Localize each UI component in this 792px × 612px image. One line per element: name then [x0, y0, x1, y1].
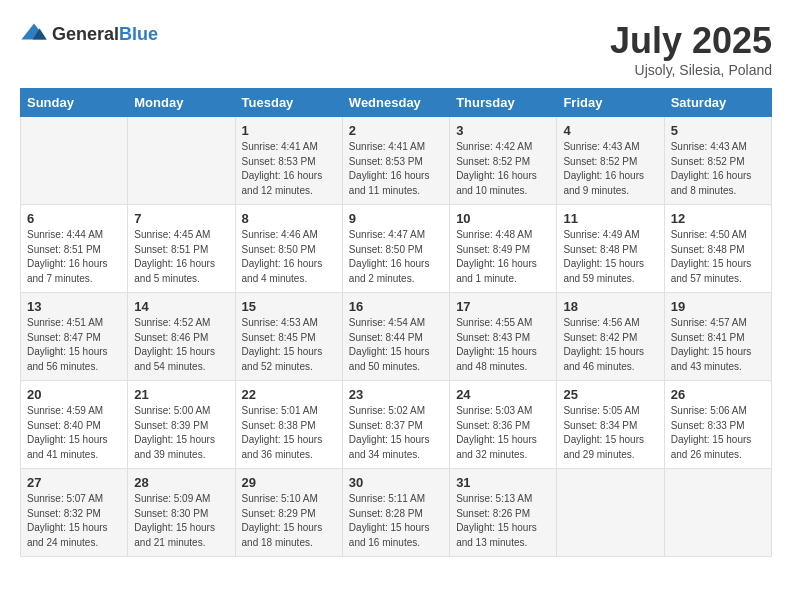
day-info: Sunrise: 5:00 AM Sunset: 8:39 PM Dayligh… [134, 404, 228, 462]
day-info: Sunrise: 5:06 AM Sunset: 8:33 PM Dayligh… [671, 404, 765, 462]
calendar-cell [664, 469, 771, 557]
calendar-cell: 4Sunrise: 4:43 AM Sunset: 8:52 PM Daylig… [557, 117, 664, 205]
header-monday: Monday [128, 89, 235, 117]
calendar-week-1: 1Sunrise: 4:41 AM Sunset: 8:53 PM Daylig… [21, 117, 772, 205]
day-info: Sunrise: 4:55 AM Sunset: 8:43 PM Dayligh… [456, 316, 550, 374]
day-info: Sunrise: 5:09 AM Sunset: 8:30 PM Dayligh… [134, 492, 228, 550]
calendar-cell: 21Sunrise: 5:00 AM Sunset: 8:39 PM Dayli… [128, 381, 235, 469]
calendar-cell: 25Sunrise: 5:05 AM Sunset: 8:34 PM Dayli… [557, 381, 664, 469]
calendar-cell: 11Sunrise: 4:49 AM Sunset: 8:48 PM Dayli… [557, 205, 664, 293]
day-number: 23 [349, 387, 443, 402]
day-info: Sunrise: 5:13 AM Sunset: 8:26 PM Dayligh… [456, 492, 550, 550]
day-info: Sunrise: 4:41 AM Sunset: 8:53 PM Dayligh… [349, 140, 443, 198]
day-info: Sunrise: 5:11 AM Sunset: 8:28 PM Dayligh… [349, 492, 443, 550]
day-number: 29 [242, 475, 336, 490]
calendar-cell: 10Sunrise: 4:48 AM Sunset: 8:49 PM Dayli… [450, 205, 557, 293]
calendar-cell: 16Sunrise: 4:54 AM Sunset: 8:44 PM Dayli… [342, 293, 449, 381]
calendar-week-4: 20Sunrise: 4:59 AM Sunset: 8:40 PM Dayli… [21, 381, 772, 469]
day-number: 3 [456, 123, 550, 138]
day-info: Sunrise: 5:02 AM Sunset: 8:37 PM Dayligh… [349, 404, 443, 462]
calendar-cell: 20Sunrise: 4:59 AM Sunset: 8:40 PM Dayli… [21, 381, 128, 469]
calendar-cell: 5Sunrise: 4:43 AM Sunset: 8:52 PM Daylig… [664, 117, 771, 205]
calendar-cell: 8Sunrise: 4:46 AM Sunset: 8:50 PM Daylig… [235, 205, 342, 293]
calendar-cell: 15Sunrise: 4:53 AM Sunset: 8:45 PM Dayli… [235, 293, 342, 381]
day-info: Sunrise: 4:49 AM Sunset: 8:48 PM Dayligh… [563, 228, 657, 286]
day-number: 1 [242, 123, 336, 138]
header-friday: Friday [557, 89, 664, 117]
header-sunday: Sunday [21, 89, 128, 117]
calendar-week-5: 27Sunrise: 5:07 AM Sunset: 8:32 PM Dayli… [21, 469, 772, 557]
calendar-cell: 23Sunrise: 5:02 AM Sunset: 8:37 PM Dayli… [342, 381, 449, 469]
calendar-cell: 31Sunrise: 5:13 AM Sunset: 8:26 PM Dayli… [450, 469, 557, 557]
day-number: 9 [349, 211, 443, 226]
day-number: 25 [563, 387, 657, 402]
header-wednesday: Wednesday [342, 89, 449, 117]
calendar-cell: 24Sunrise: 5:03 AM Sunset: 8:36 PM Dayli… [450, 381, 557, 469]
day-number: 14 [134, 299, 228, 314]
logo: GeneralBlue [20, 20, 158, 48]
day-number: 27 [27, 475, 121, 490]
calendar-cell: 12Sunrise: 4:50 AM Sunset: 8:48 PM Dayli… [664, 205, 771, 293]
day-info: Sunrise: 5:01 AM Sunset: 8:38 PM Dayligh… [242, 404, 336, 462]
page-header: GeneralBlue July 2025 Ujsoly, Silesia, P… [20, 20, 772, 78]
calendar-cell [557, 469, 664, 557]
calendar-cell: 30Sunrise: 5:11 AM Sunset: 8:28 PM Dayli… [342, 469, 449, 557]
day-number: 5 [671, 123, 765, 138]
day-info: Sunrise: 4:46 AM Sunset: 8:50 PM Dayligh… [242, 228, 336, 286]
day-number: 11 [563, 211, 657, 226]
day-number: 10 [456, 211, 550, 226]
calendar-cell: 27Sunrise: 5:07 AM Sunset: 8:32 PM Dayli… [21, 469, 128, 557]
day-number: 17 [456, 299, 550, 314]
day-info: Sunrise: 4:51 AM Sunset: 8:47 PM Dayligh… [27, 316, 121, 374]
calendar-cell: 29Sunrise: 5:10 AM Sunset: 8:29 PM Dayli… [235, 469, 342, 557]
day-info: Sunrise: 4:45 AM Sunset: 8:51 PM Dayligh… [134, 228, 228, 286]
day-number: 6 [27, 211, 121, 226]
day-info: Sunrise: 4:53 AM Sunset: 8:45 PM Dayligh… [242, 316, 336, 374]
day-number: 26 [671, 387, 765, 402]
header-tuesday: Tuesday [235, 89, 342, 117]
calendar-cell: 3Sunrise: 4:42 AM Sunset: 8:52 PM Daylig… [450, 117, 557, 205]
day-info: Sunrise: 5:10 AM Sunset: 8:29 PM Dayligh… [242, 492, 336, 550]
calendar-cell: 22Sunrise: 5:01 AM Sunset: 8:38 PM Dayli… [235, 381, 342, 469]
day-number: 4 [563, 123, 657, 138]
logo-general: General [52, 24, 119, 44]
day-info: Sunrise: 4:52 AM Sunset: 8:46 PM Dayligh… [134, 316, 228, 374]
day-number: 30 [349, 475, 443, 490]
day-info: Sunrise: 4:43 AM Sunset: 8:52 PM Dayligh… [563, 140, 657, 198]
calendar-cell: 6Sunrise: 4:44 AM Sunset: 8:51 PM Daylig… [21, 205, 128, 293]
day-number: 31 [456, 475, 550, 490]
day-info: Sunrise: 4:47 AM Sunset: 8:50 PM Dayligh… [349, 228, 443, 286]
day-number: 13 [27, 299, 121, 314]
day-info: Sunrise: 5:07 AM Sunset: 8:32 PM Dayligh… [27, 492, 121, 550]
day-number: 24 [456, 387, 550, 402]
day-info: Sunrise: 4:43 AM Sunset: 8:52 PM Dayligh… [671, 140, 765, 198]
day-number: 18 [563, 299, 657, 314]
day-number: 15 [242, 299, 336, 314]
calendar-cell: 17Sunrise: 4:55 AM Sunset: 8:43 PM Dayli… [450, 293, 557, 381]
calendar-cell: 19Sunrise: 4:57 AM Sunset: 8:41 PM Dayli… [664, 293, 771, 381]
calendar-cell [128, 117, 235, 205]
day-info: Sunrise: 4:41 AM Sunset: 8:53 PM Dayligh… [242, 140, 336, 198]
logo-icon [20, 20, 48, 48]
day-number: 7 [134, 211, 228, 226]
day-info: Sunrise: 4:56 AM Sunset: 8:42 PM Dayligh… [563, 316, 657, 374]
day-number: 20 [27, 387, 121, 402]
calendar-cell: 28Sunrise: 5:09 AM Sunset: 8:30 PM Dayli… [128, 469, 235, 557]
day-info: Sunrise: 5:05 AM Sunset: 8:34 PM Dayligh… [563, 404, 657, 462]
day-info: Sunrise: 4:57 AM Sunset: 8:41 PM Dayligh… [671, 316, 765, 374]
calendar-cell: 1Sunrise: 4:41 AM Sunset: 8:53 PM Daylig… [235, 117, 342, 205]
calendar-cell [21, 117, 128, 205]
day-number: 12 [671, 211, 765, 226]
calendar-cell: 13Sunrise: 4:51 AM Sunset: 8:47 PM Dayli… [21, 293, 128, 381]
day-number: 2 [349, 123, 443, 138]
day-info: Sunrise: 4:50 AM Sunset: 8:48 PM Dayligh… [671, 228, 765, 286]
day-info: Sunrise: 4:54 AM Sunset: 8:44 PM Dayligh… [349, 316, 443, 374]
day-info: Sunrise: 4:48 AM Sunset: 8:49 PM Dayligh… [456, 228, 550, 286]
day-number: 8 [242, 211, 336, 226]
day-info: Sunrise: 4:42 AM Sunset: 8:52 PM Dayligh… [456, 140, 550, 198]
calendar-cell: 2Sunrise: 4:41 AM Sunset: 8:53 PM Daylig… [342, 117, 449, 205]
header-saturday: Saturday [664, 89, 771, 117]
calendar-week-3: 13Sunrise: 4:51 AM Sunset: 8:47 PM Dayli… [21, 293, 772, 381]
calendar-week-2: 6Sunrise: 4:44 AM Sunset: 8:51 PM Daylig… [21, 205, 772, 293]
calendar-table: SundayMondayTuesdayWednesdayThursdayFrid… [20, 88, 772, 557]
